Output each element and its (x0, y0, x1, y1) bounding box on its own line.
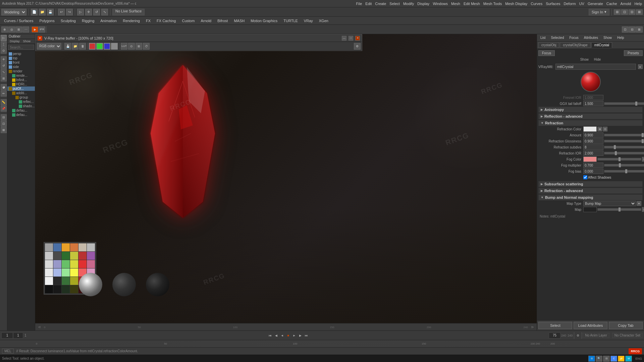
menu-item-help[interactable]: Help (634, 2, 642, 6)
map-type-select[interactable]: Bump Map Normal Map Displacement (583, 201, 636, 206)
outliner-item-14[interactable]: defau... (7, 113, 35, 117)
menu-item-generate[interactable]: Generate (588, 2, 603, 6)
outliner-item-11[interactable]: reflec... (7, 100, 35, 104)
refraction-adv-section-header[interactable]: ▶ Refraction - advanced (538, 188, 643, 194)
icon-tb-r3[interactable]: ⊠ (636, 26, 643, 33)
ae-list-btn[interactable]: List (538, 36, 548, 40)
tab-rendering[interactable]: Rendering (120, 17, 143, 24)
playback-start-input[interactable] (1, 333, 13, 339)
outliner-item-8[interactable]: putOf... (7, 86, 35, 91)
tab-curves-surfaces[interactable]: Curves / Surfaces (1, 17, 36, 24)
vray-lut-btn[interactable]: LUT (121, 43, 127, 50)
fog-bias-input[interactable] (583, 169, 603, 174)
vp-toggle-panels-right[interactable]: ▷ (530, 324, 535, 330)
color-swatch-10[interactable] (78, 252, 87, 260)
sss-header[interactable]: ▶ Subsurface scattering (538, 181, 643, 187)
menu-item-edit-mesh[interactable]: Edit Mesh (464, 2, 480, 6)
menu-item-curves[interactable]: Curves (531, 2, 542, 6)
scale-tool[interactable]: ⤡ (1, 69, 7, 75)
focus-button[interactable]: Focus (538, 50, 555, 56)
taskbar-start[interactable]: ⊞ (588, 356, 595, 362)
pb-stop[interactable]: ■ (285, 333, 291, 339)
outliner-search-input[interactable] (8, 45, 34, 50)
outliner-item-10[interactable]: group (7, 95, 35, 100)
pb-next-frame[interactable]: ▶ (297, 333, 303, 339)
vray-color-r[interactable] (89, 43, 96, 50)
outliner-item-7[interactable]: HDRI... (7, 82, 35, 86)
color-swatch-16[interactable] (78, 260, 87, 268)
pb-prev-key[interactable]: ⏮ (267, 333, 273, 339)
menu-item-surfaces[interactable]: Surfaces (546, 2, 560, 6)
outliner-item-4[interactable]: render (7, 69, 35, 73)
fog-mult-slider[interactable] (604, 164, 644, 167)
lasso-tool[interactable]: ⌶ (1, 41, 7, 47)
tb-undo[interactable]: ↩ (58, 9, 65, 15)
icon-tb-r1[interactable]: ⊡ (622, 26, 629, 33)
ae-selected-btn[interactable]: Selected (549, 36, 566, 40)
bump-header[interactable]: ▼ Bump and Normal mapping (538, 194, 643, 200)
menu-item-cache[interactable]: Cache (606, 2, 617, 6)
vray-region-btn[interactable]: ⊞ (136, 43, 142, 50)
tab-animation[interactable]: Animation (98, 17, 119, 24)
tb-select[interactable]: ▷ (77, 9, 84, 15)
color-swatch-5[interactable] (87, 243, 95, 251)
color-swatch-20[interactable] (62, 268, 70, 277)
snap-btn4[interactable]: ⋯ (22, 26, 29, 33)
sculpt-tool[interactable]: ✏ (1, 90, 7, 97)
fog-color-slider[interactable] (597, 158, 641, 161)
vray-settings-btn[interactable]: ⚙ (354, 43, 361, 50)
amount-slider[interactable] (604, 134, 644, 136)
outliner-item-6[interactable]: Infinit... (7, 78, 35, 82)
outliner-item-0[interactable]: persp (7, 52, 35, 56)
color-swatch-33[interactable] (70, 285, 78, 293)
color-swatch-24[interactable] (45, 277, 53, 285)
refraction-subdivs-input[interactable] (583, 144, 603, 150)
vray-lens-btn[interactable]: ⊙ (128, 43, 135, 50)
refraction-glossiness-slider[interactable] (604, 140, 644, 142)
fog-color-extra-btn[interactable]: ⊡ (642, 157, 644, 162)
vray-history-btn[interactable]: ⏱ (143, 43, 150, 50)
ae-focus-btn[interactable]: Focus (567, 36, 580, 40)
taskbar-taskview[interactable]: ⊟ (603, 356, 610, 362)
tab-vray[interactable]: VRay (301, 17, 316, 24)
outliner-display-btn[interactable]: Display (9, 39, 21, 43)
tab-polygons[interactable]: Polygons (37, 17, 57, 24)
tb-scale[interactable]: ⤡ (101, 9, 108, 15)
refraction-color-extra-btn[interactable]: ⊡ (603, 127, 607, 131)
tab-fx-caching[interactable]: FX Caching (154, 17, 178, 24)
ggx-tail-input[interactable] (583, 101, 603, 106)
outliner-item-13[interactable]: defau... (7, 108, 35, 113)
select-tool[interactable]: ▷ (1, 35, 7, 41)
refraction-ior-input[interactable] (583, 150, 603, 156)
tab-arnold[interactable]: Arnold (198, 17, 214, 24)
char-set-label[interactable]: No Character Set (612, 333, 643, 338)
vray-close-btn[interactable]: ✕ (355, 36, 360, 41)
tab-fx[interactable]: FX (143, 17, 153, 24)
paint-select-tool[interactable]: ⊙ (1, 48, 7, 54)
color-swatch-31[interactable] (53, 285, 61, 293)
measure-tool[interactable]: 📏 (1, 99, 7, 105)
hide-button[interactable]: Hide (593, 57, 602, 62)
vray-save-btn[interactable]: 💾 (64, 43, 71, 50)
taskbar-chrome[interactable]: C (610, 356, 617, 362)
vray-channel-select[interactable]: RGB color (37, 43, 61, 50)
annotation-tool[interactable]: 📌 (1, 106, 7, 112)
outliner-item-1[interactable]: top (7, 56, 35, 60)
menu-item-edit[interactable]: Edit (365, 2, 372, 6)
color-swatch-7[interactable] (53, 252, 61, 260)
node-tab-crystalObj[interactable]: crystalObj (538, 42, 559, 48)
color-swatch-18[interactable] (45, 268, 53, 277)
tab-custom[interactable]: Custom (179, 17, 198, 24)
display-layer-tool[interactable]: ⊟ (1, 114, 7, 120)
color-swatch-14[interactable] (62, 260, 70, 268)
tab-mash[interactable]: MASH (231, 17, 247, 24)
snap-btn1[interactable]: ⊕ (1, 26, 8, 33)
rotate-tool[interactable]: ↺ (1, 63, 7, 69)
tb-redo[interactable]: ↪ (66, 9, 73, 15)
color-swatch-32[interactable] (62, 285, 70, 293)
fog-color-swatch[interactable] (583, 157, 597, 162)
menu-item-deform[interactable]: Deform (564, 2, 576, 6)
pb-play-back[interactable]: ◄ (279, 333, 285, 339)
sign-in-button[interactable]: Sign In ▾ (589, 9, 609, 15)
map-extra-btn[interactable]: ⊡ (642, 207, 644, 212)
